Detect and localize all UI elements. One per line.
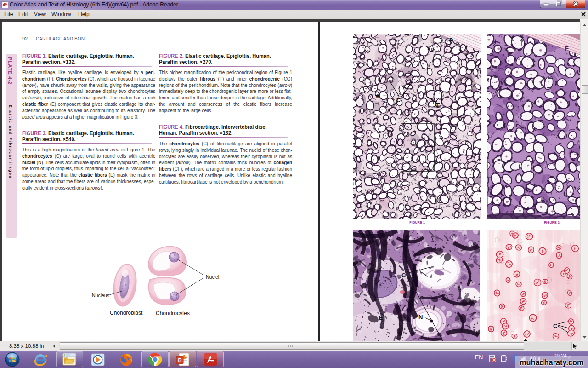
svg-text:C: C <box>553 322 558 329</box>
svg-text:F: F <box>565 45 569 52</box>
svg-text:Nucleus: Nucleus <box>92 293 109 298</box>
svg-text:P: P <box>449 37 453 44</box>
svg-text:Chondrocytes: Chondrocytes <box>156 310 190 316</box>
svg-text:C: C <box>396 97 401 104</box>
svg-text:E: E <box>436 102 440 109</box>
svg-text:*: * <box>376 92 380 103</box>
svg-text:Chondroblast: Chondroblast <box>110 310 143 316</box>
svg-text:E: E <box>379 314 383 321</box>
svg-text:Nuclei: Nuclei <box>206 274 219 280</box>
svg-text:N: N <box>418 314 423 321</box>
svg-text:P: P <box>178 357 182 364</box>
svg-text:C: C <box>401 272 406 279</box>
